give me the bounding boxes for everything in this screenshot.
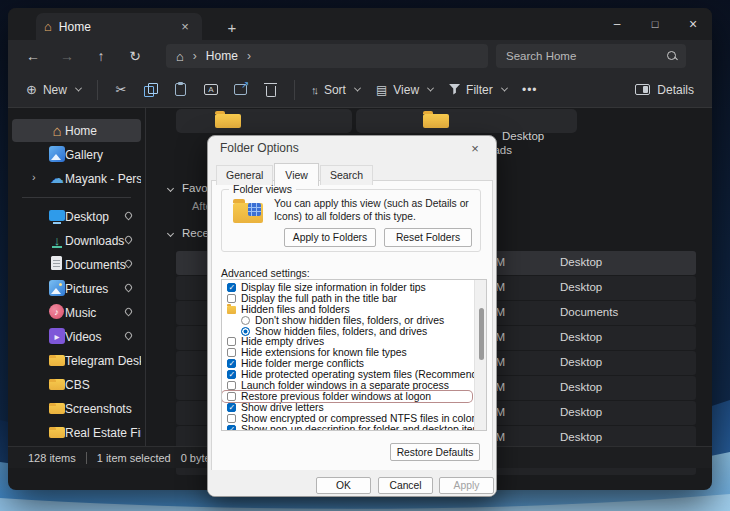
sidebar-item[interactable]: Gallery [12, 143, 141, 166]
up-button[interactable] [84, 48, 118, 64]
file-location: Desktop [560, 281, 602, 293]
advanced-setting-item[interactable]: Show drive letters [222, 402, 472, 413]
close-button[interactable] [674, 8, 712, 40]
sidebar-item-icon [49, 146, 65, 162]
dialog-tab[interactable]: General [216, 165, 273, 185]
sidebar-item[interactable]: Mayank - Persona [12, 167, 141, 190]
setting-control[interactable] [227, 359, 236, 368]
tab-home[interactable]: Home [36, 13, 202, 40]
status-separator [86, 452, 87, 464]
view-button[interactable]: View [368, 78, 441, 102]
breadcrumb[interactable]: Home [166, 44, 488, 68]
advanced-setting-item[interactable]: Show encrypted or compressed NTFS files … [222, 413, 472, 424]
setting-control[interactable] [227, 283, 236, 292]
file-location: Documents [560, 306, 618, 318]
apply-to-folders-button[interactable]: Apply to Folders [284, 228, 376, 247]
advanced-setting-item[interactable]: Hide protected operating system files (R… [222, 369, 472, 380]
copy-button[interactable] [136, 78, 166, 102]
new-tab-button[interactable] [222, 19, 242, 36]
back-button[interactable] [16, 48, 50, 64]
dialog-tab-label: General [226, 169, 263, 181]
setting-control[interactable] [227, 306, 236, 314]
breadcrumb-chevron-icon [193, 49, 197, 63]
cut-icon [115, 82, 126, 97]
sort-button[interactable]: Sort [303, 78, 368, 102]
setting-control[interactable] [227, 403, 236, 412]
paste-icon [175, 83, 186, 96]
details-pane-button[interactable]: Details [627, 78, 702, 102]
pin-icon [124, 331, 134, 341]
forward-button[interactable] [50, 48, 84, 64]
desktop: Home Home [0, 0, 730, 511]
list-scrollbar[interactable] [474, 280, 486, 430]
setting-control[interactable] [227, 370, 236, 379]
filter-button[interactable]: Filter [441, 78, 515, 102]
breadcrumb-item[interactable]: Home [206, 49, 238, 63]
cut-button[interactable] [106, 78, 136, 102]
paste-button[interactable] [166, 78, 196, 102]
expand-chevron-icon[interactable] [32, 171, 36, 183]
restore-defaults-button[interactable]: Restore Defaults [390, 443, 480, 461]
advanced-setting-item[interactable]: Hidden files and folders [222, 304, 472, 315]
advanced-settings-list[interactable]: Display file size information in folder … [221, 279, 487, 431]
advanced-setting-item[interactable]: Hide folder merge conflicts [222, 358, 472, 369]
setting-control[interactable] [227, 337, 236, 346]
chevron-down-icon [75, 85, 82, 92]
search-box[interactable] [496, 44, 686, 68]
advanced-setting-item[interactable]: Show pop-up description for folder and d… [222, 424, 472, 431]
dialog-title: Folder Options [220, 141, 466, 155]
sidebar-item[interactable]: Downloads [12, 229, 141, 252]
ok-button[interactable]: OK [316, 477, 371, 494]
sidebar-item[interactable]: CBS [12, 373, 141, 396]
reset-folders-button[interactable]: Reset Folders [384, 228, 472, 247]
sidebar-item[interactable]: Documents [12, 253, 141, 276]
dialog-tab[interactable]: Search [320, 165, 373, 185]
advanced-setting-item[interactable]: Display the full path in the title bar [222, 293, 472, 304]
setting-control[interactable] [227, 425, 236, 431]
advanced-setting-item[interactable]: Display file size information in folder … [222, 282, 472, 293]
advanced-setting-item[interactable]: Show hidden files, folders, and drives [236, 326, 472, 337]
search-input[interactable] [504, 49, 666, 63]
advanced-setting-item[interactable]: Hide extensions for known file types [222, 347, 472, 358]
sidebar-item-label: Telegram Desktop [65, 354, 141, 368]
advanced-setting-item[interactable]: Hide empty drives [222, 336, 472, 347]
setting-control[interactable] [227, 348, 236, 357]
scrollbar-thumb[interactable] [479, 308, 484, 360]
tab-close-icon[interactable] [176, 19, 194, 34]
delete-button[interactable] [256, 78, 286, 102]
quick-access-tile[interactable] [176, 109, 352, 133]
breadcrumb-home-icon[interactable] [176, 49, 184, 64]
advanced-setting-item[interactable]: Restore previous folder windows at logon [222, 391, 472, 402]
share-button[interactable] [226, 78, 256, 102]
sidebar-item[interactable]: Videos [12, 325, 141, 348]
advanced-setting-item[interactable]: Don't show hidden files, folders, or dri… [236, 315, 472, 326]
sidebar-item[interactable]: Desktop [12, 205, 141, 228]
maximize-button[interactable] [636, 8, 674, 40]
sidebar-item-icon [49, 280, 65, 296]
setting-control[interactable] [227, 294, 236, 303]
minimize-button[interactable] [598, 8, 636, 40]
apply-button[interactable]: Apply [439, 477, 494, 494]
file-location-text: Desktop [502, 130, 544, 142]
dialog-close-icon[interactable] [466, 141, 484, 156]
sidebar-item[interactable]: Telegram Desktop [12, 349, 141, 372]
setting-control[interactable] [227, 414, 236, 423]
sidebar-item[interactable]: Home [12, 119, 141, 142]
setting-control[interactable] [241, 316, 250, 325]
sidebar-item[interactable]: Music [12, 301, 141, 324]
sidebar-item[interactable]: Pictures [12, 277, 141, 300]
rename-button[interactable] [196, 78, 226, 102]
search-icon[interactable] [666, 50, 678, 62]
new-button[interactable]: New [18, 77, 89, 102]
file-location: Desktop [560, 256, 602, 268]
setting-control[interactable] [227, 392, 236, 401]
more-options-button[interactable]: ••• [515, 78, 545, 102]
cancel-button[interactable]: Cancel [378, 477, 433, 494]
advanced-setting-item[interactable]: Launch folder windows in a separate proc… [222, 380, 472, 391]
setting-control[interactable] [241, 327, 250, 336]
dialog-tab[interactable]: View [274, 163, 319, 186]
sidebar-item[interactable]: Real Estate Financ [12, 421, 141, 444]
sidebar-item[interactable]: Screenshots [12, 397, 141, 420]
setting-control[interactable] [227, 381, 236, 390]
refresh-button[interactable] [118, 48, 152, 64]
